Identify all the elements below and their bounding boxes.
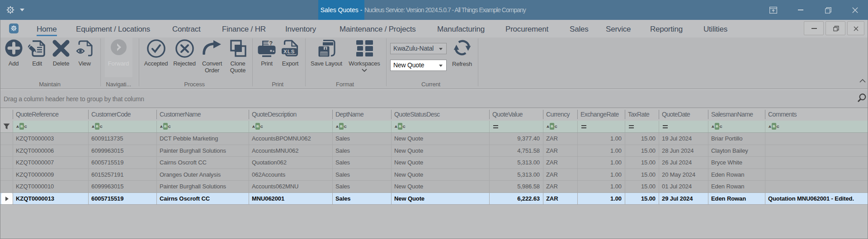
svg-text:XLS: XLS: [283, 49, 295, 54]
svg-text:?: ?: [269, 40, 273, 47]
